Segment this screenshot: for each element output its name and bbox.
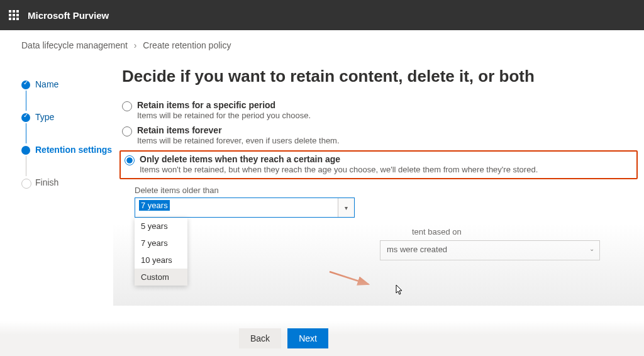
wizard-step-name[interactable]: Name (21, 79, 113, 89)
delete-older-than-dropdown: 5 years 7 years 10 years Custom (135, 218, 187, 286)
bottom-fade (113, 224, 644, 306)
step-label: Name (35, 79, 58, 89)
next-button[interactable]: Next (287, 328, 328, 348)
based-on-label-partial: tent based on (412, 227, 462, 236)
dropdown-option-7-years[interactable]: 7 years (135, 235, 187, 252)
dropdown-option-10-years[interactable]: 10 years (135, 252, 187, 269)
delete-older-than-label: Delete items older than (135, 186, 638, 195)
radio-retain-period[interactable]: Retain items for a specific period Items… (119, 100, 638, 120)
wizard-content: Decide if you want to retain content, de… (113, 60, 644, 337)
radio-description: Items will be retained for the period yo… (137, 111, 638, 120)
back-button[interactable]: Back (239, 328, 281, 348)
chevron-right-icon: › (134, 40, 137, 50)
step-label: Retention settings (35, 145, 112, 155)
chevron-down-icon[interactable]: ▾ (338, 198, 354, 217)
radio-input[interactable] (125, 155, 135, 165)
dropdown-option-custom[interactable]: Custom (135, 269, 187, 286)
step-label: Finish (35, 177, 58, 187)
svg-line-0 (330, 272, 369, 284)
annotation-arrow-icon (327, 268, 377, 291)
wizard-step-retention-settings[interactable]: Retention settings (21, 145, 113, 155)
radio-description: Items will be retained forever, even if … (137, 136, 638, 145)
dropdown-option-5-years[interactable]: 5 years (135, 218, 187, 235)
breadcrumb-item: Create retention policy (143, 40, 231, 50)
radio-retain-forever[interactable]: Retain items forever Items will be retai… (119, 125, 638, 145)
wizard-steps: Name Type Retention settings Finish (0, 60, 113, 337)
combo-value-partial: ms were created (387, 245, 447, 254)
annotation-highlight: Only delete items when they reach a cert… (119, 150, 638, 179)
radio-input[interactable] (122, 126, 132, 136)
breadcrumb-item[interactable]: Data lifecycle management (21, 40, 128, 50)
app-launcher-icon[interactable] (9, 10, 19, 20)
delete-older-than-combo[interactable]: 7 years ▾ (135, 197, 355, 218)
combo-selected-value: 7 years (139, 200, 170, 211)
wizard-step-finish: Finish (21, 177, 113, 187)
step-label: Type (35, 112, 54, 122)
app-title: Microsoft Purview (28, 10, 109, 21)
radio-label: Retain items forever (137, 125, 638, 135)
breadcrumb: Data lifecycle management › Create reten… (0, 30, 644, 60)
radio-label: Retain items for a specific period (137, 100, 638, 110)
radio-description: Items won't be retained, but when they r… (140, 165, 633, 174)
radio-input[interactable] (122, 101, 132, 111)
wizard-footer: Back Next (0, 321, 644, 356)
wizard-step-type[interactable]: Type (21, 112, 113, 122)
chevron-down-icon[interactable]: ⌄ (589, 245, 594, 252)
based-on-combo[interactable]: ms were created ⌄ (380, 240, 600, 260)
mouse-cursor-icon (394, 284, 404, 299)
radio-delete-only[interactable]: Only delete items when they reach a cert… (122, 154, 633, 174)
top-bar: Microsoft Purview (0, 0, 644, 30)
radio-label: Only delete items when they reach a cert… (140, 154, 633, 164)
page-title: Decide if you want to retain content, de… (122, 67, 638, 86)
